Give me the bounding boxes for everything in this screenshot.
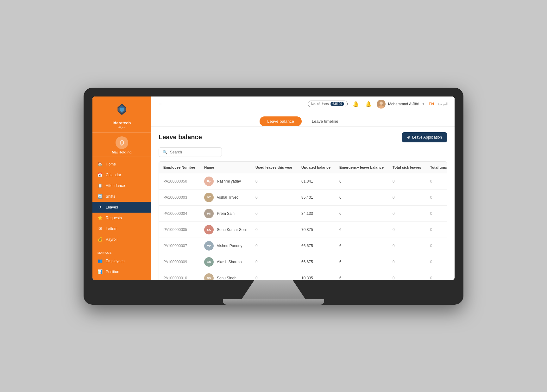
cell-emergency-balance: 6: [335, 254, 388, 270]
cell-name: Ry Rashmi yadav: [200, 173, 251, 189]
cell-total-unpaid: 0: [426, 173, 447, 189]
sidebar-item-employees[interactable]: 👥 Employees: [92, 256, 151, 266]
cell-used-leaves: 0: [251, 189, 297, 205]
cell-total-unpaid: 0: [426, 254, 447, 270]
cell-used-leaves: 0: [251, 254, 297, 270]
brand-name: Idaratech: [113, 121, 131, 125]
col-header-unpaid-leaves: Total unpaid leaves: [426, 162, 447, 173]
users-badge-label: No. of Users: [311, 102, 329, 106]
lang-en-button[interactable]: EN: [429, 102, 434, 106]
emp-name-text: Sonu Kumar Soni: [217, 227, 247, 232]
user-profile[interactable]: Mohammad AlJiffri ▼: [377, 100, 425, 109]
cell-used-leaves: 0: [251, 205, 297, 221]
col-header-emp-number: Employee Number: [159, 162, 200, 173]
sidebar-item-calendar-label: Calendar: [106, 173, 121, 177]
search-input[interactable]: [170, 150, 218, 154]
sidebar-item-attendance[interactable]: 📋 Attendance: [92, 180, 151, 191]
sidebar-item-requests-label: Requests: [106, 216, 122, 220]
app-container: Idaratech إدارتك Maj Holding 🏠: [92, 96, 455, 280]
sidebar-item-position[interactable]: 📊 Position: [92, 266, 151, 277]
cell-emergency-balance: 6: [335, 205, 388, 221]
table-header-row: Employee Number Name Used leaves this ye…: [159, 162, 447, 173]
tab-leave-timeline[interactable]: Leave timeline: [304, 116, 346, 126]
calendar-icon: 📅: [97, 172, 103, 177]
cell-total-sick: 0: [388, 221, 426, 238]
sidebar-item-leaves-label: Leaves: [106, 205, 118, 209]
cell-name: PS Prem Saini: [200, 205, 251, 221]
sidebar-item-shifts-label: Shifts: [106, 194, 115, 199]
attendance-icon: 📋: [97, 183, 103, 188]
employees-table: Employee Number Name Used leaves this ye…: [159, 162, 447, 280]
cell-total-unpaid: 0: [426, 205, 447, 221]
cell-total-sick: 0: [388, 205, 426, 221]
user-dropdown-icon: ▼: [422, 102, 425, 106]
cell-used-leaves: 0: [251, 238, 297, 254]
cell-name: AS Akash Sharma: [200, 254, 251, 270]
emp-avatar: SK: [204, 225, 214, 234]
emp-avatar: SS: [204, 273, 214, 280]
monitor-base: [223, 299, 324, 305]
cell-total-sick: 0: [388, 238, 426, 254]
page-header: Leave balance ⊕ Leave Application: [159, 132, 447, 142]
sidebar-item-leaves[interactable]: ✈ Leaves: [92, 202, 151, 213]
cell-emp-number: PA100000010: [159, 270, 200, 280]
cell-name: VT Vishal Trivedi: [200, 189, 251, 205]
main-content: ≡ No. of Users 63/100 🔔 🔔: [151, 96, 455, 280]
cell-total-sick: 0: [388, 270, 426, 280]
sidebar-item-letters-label: Letters: [106, 227, 117, 231]
sidebar-item-locations[interactable]: 📍 Locations: [92, 277, 151, 280]
col-header-used-leaves: Used leaves this year: [251, 162, 297, 173]
emp-avatar: VT: [204, 193, 214, 202]
monitor: Idaratech إدارتك Maj Holding 🏠: [84, 88, 463, 305]
employees-icon: 👥: [97, 258, 103, 264]
cell-emp-number: PA100000009: [159, 254, 200, 270]
sidebar-item-shifts[interactable]: 🔄 Shifts: [92, 191, 151, 202]
table-body: PA100000050 Ry Rashmi yadav 0 61.841 6 0…: [159, 173, 447, 280]
cell-emp-number: PA100000050: [159, 173, 200, 189]
monitor-stand: [242, 280, 305, 299]
table-row: PA100000009 AS Akash Sharma 0 66.675 6 0…: [159, 254, 447, 270]
cell-updated-balance: 10.335: [297, 270, 335, 280]
cell-total-unpaid: 0: [426, 221, 447, 238]
company-logo-icon: [118, 139, 126, 146]
users-badge: No. of Users 63/100: [308, 101, 348, 107]
cell-total-sick: 0: [388, 173, 426, 189]
col-header-name: Name: [200, 162, 251, 173]
cell-total-unpaid: 0: [426, 238, 447, 254]
nav-manage: MANAGE 👥 Employees 📊 Position 📍 Location…: [92, 247, 151, 280]
idaratech-logo-icon: [113, 102, 130, 119]
sidebar-item-payroll[interactable]: 💰 Payroll: [92, 234, 151, 245]
cell-used-leaves: 0: [251, 270, 297, 280]
company-section: Maj Holding: [92, 133, 151, 157]
page-title: Leave balance: [159, 134, 202, 141]
emp-name-text: Rashmi yadav: [217, 179, 241, 184]
leave-application-button[interactable]: ⊕ Leave Application: [402, 132, 447, 142]
table-row: PA100000005 SK Sonu Kumar Soni 0 70.875 …: [159, 221, 447, 238]
sidebar-logo: Idaratech إدارتك: [92, 96, 151, 133]
sidebar-item-calendar[interactable]: 📅 Calendar: [92, 170, 151, 180]
cell-emp-number: PA100000004: [159, 205, 200, 221]
company-name: Maj Holding: [112, 150, 131, 154]
emp-name-text: Vishnu Pandey: [217, 244, 242, 248]
speaker-icon[interactable]: 🔔: [351, 100, 360, 108]
cell-updated-balance: 66.675: [297, 254, 335, 270]
topbar: ≡ No. of Users 63/100 🔔 🔔: [151, 96, 455, 112]
cell-updated-balance: 85.401: [297, 189, 335, 205]
user-avatar: [377, 100, 386, 109]
cell-emp-number: PA100000003: [159, 189, 200, 205]
sidebar-item-home[interactable]: 🏠 Home: [92, 159, 151, 170]
position-icon: 📊: [97, 269, 103, 274]
sidebar-item-requests[interactable]: ⭐ Requests: [92, 213, 151, 223]
payroll-icon: 💰: [97, 237, 103, 242]
lang-ar-button[interactable]: العربية: [438, 102, 448, 106]
menu-button[interactable]: ≡: [157, 100, 163, 108]
cell-used-leaves: 0: [251, 221, 297, 238]
notification-icon[interactable]: 🔔: [364, 100, 373, 108]
tab-leave-balance[interactable]: Leave balance: [260, 116, 302, 126]
col-header-updated-balance: Updated balance: [297, 162, 335, 173]
cell-name: SK Sonu Kumar Soni: [200, 221, 251, 238]
manage-section-label: MANAGE: [92, 249, 151, 256]
cell-emergency-balance: 6: [335, 173, 388, 189]
sidebar-item-letters[interactable]: ✉ Letters: [92, 223, 151, 234]
brand-name-ar: إدارتك: [118, 125, 126, 128]
